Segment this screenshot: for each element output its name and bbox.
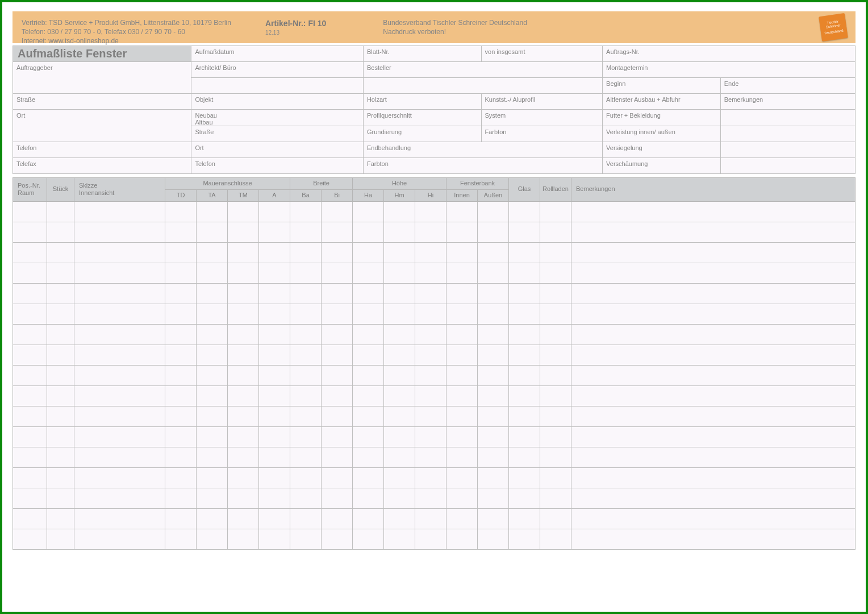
grid-cell[interactable] (228, 283, 259, 304)
grid-cell[interactable] (228, 365, 259, 385)
grid-cell[interactable] (353, 263, 384, 283)
grid-cell[interactable] (540, 283, 571, 304)
grid-cell[interactable] (540, 263, 571, 283)
field-grundierung[interactable]: Grundierung (363, 126, 481, 142)
grid-cell[interactable] (13, 467, 47, 488)
grid-cell[interactable] (74, 508, 165, 529)
grid-cell[interactable] (74, 426, 165, 447)
field-aufmassdatum[interactable]: Aufmaßdatum (191, 46, 364, 62)
grid-cell[interactable] (571, 222, 856, 242)
grid-cell[interactable] (415, 447, 446, 467)
grid-cell[interactable] (74, 467, 165, 488)
grid-cell[interactable] (478, 488, 509, 508)
grid-cell[interactable] (353, 529, 384, 549)
grid-cell[interactable] (509, 222, 540, 242)
field-auftrags-nr[interactable]: Auftrags-Nr. (603, 46, 856, 62)
grid-cell[interactable] (540, 345, 571, 365)
grid-cell[interactable] (384, 365, 415, 385)
field-holzart[interactable]: Holzart (363, 94, 481, 110)
grid-cell[interactable] (259, 467, 290, 488)
grid-cell[interactable] (478, 345, 509, 365)
grid-cell[interactable] (540, 406, 571, 426)
grid-cell[interactable] (446, 304, 478, 324)
grid-cell[interactable] (13, 529, 47, 549)
grid-cell[interactable] (322, 263, 353, 283)
grid-cell[interactable] (290, 508, 322, 529)
grid-cell[interactable] (446, 345, 478, 365)
grid-cell[interactable] (197, 529, 228, 549)
grid-cell[interactable] (478, 263, 509, 283)
grid-cell[interactable] (322, 508, 353, 529)
grid-cell[interactable] (384, 304, 415, 324)
grid-cell[interactable] (197, 263, 228, 283)
field-montagetermin[interactable]: Montagetermin (603, 62, 856, 78)
grid-cell[interactable] (74, 324, 165, 345)
grid-cell[interactable] (415, 365, 446, 385)
grid-cell[interactable] (322, 488, 353, 508)
grid-cell[interactable] (74, 304, 165, 324)
grid-cell[interactable] (384, 201, 415, 222)
grid-cell[interactable] (197, 304, 228, 324)
grid-cell[interactable] (74, 345, 165, 365)
field-bem-3[interactable] (720, 126, 855, 142)
grid-cell[interactable] (509, 324, 540, 345)
field-besteller[interactable]: Besteller (363, 62, 602, 78)
grid-cell[interactable] (228, 488, 259, 508)
grid-cell[interactable] (446, 201, 478, 222)
grid-cell[interactable] (74, 385, 165, 406)
grid-cell[interactable] (197, 283, 228, 304)
grid-cell[interactable] (228, 529, 259, 549)
grid-cell[interactable] (571, 365, 856, 385)
grid-cell[interactable] (322, 529, 353, 549)
grid-cell[interactable] (415, 263, 446, 283)
grid-cell[interactable] (165, 242, 197, 263)
grid-cell[interactable] (415, 222, 446, 242)
grid-cell[interactable] (259, 201, 290, 222)
grid-cell[interactable] (353, 385, 384, 406)
grid-cell[interactable] (509, 529, 540, 549)
grid-cell[interactable] (228, 345, 259, 365)
grid-cell[interactable] (228, 222, 259, 242)
grid-cell[interactable] (571, 406, 856, 426)
grid-cell[interactable] (165, 488, 197, 508)
grid-cell[interactable] (353, 447, 384, 467)
grid-cell[interactable] (228, 426, 259, 447)
grid-cell[interactable] (384, 345, 415, 365)
field-telefon[interactable]: Telefon (13, 142, 191, 158)
grid-cell[interactable] (571, 447, 856, 467)
grid-cell[interactable] (509, 365, 540, 385)
grid-cell[interactable] (446, 242, 478, 263)
grid-cell[interactable] (384, 447, 415, 467)
grid-cell[interactable] (415, 467, 446, 488)
grid-cell[interactable] (322, 324, 353, 345)
grid-cell[interactable] (446, 467, 478, 488)
grid-cell[interactable] (47, 508, 74, 529)
grid-cell[interactable] (165, 345, 197, 365)
grid-cell[interactable] (13, 365, 47, 385)
grid-cell[interactable] (384, 426, 415, 447)
grid-cell[interactable] (13, 263, 47, 283)
grid-cell[interactable] (540, 324, 571, 345)
grid-cell[interactable] (446, 324, 478, 345)
field-objekt[interactable]: Objekt (191, 94, 364, 110)
grid-cell[interactable] (322, 365, 353, 385)
field-bem-4[interactable] (720, 142, 855, 158)
grid-cell[interactable] (290, 201, 322, 222)
grid-cell[interactable] (415, 426, 446, 447)
grid-cell[interactable] (47, 201, 74, 222)
grid-cell[interactable] (47, 242, 74, 263)
grid-cell[interactable] (446, 529, 478, 549)
grid-cell[interactable] (197, 488, 228, 508)
field-verleistung[interactable]: Verleistung innen/ außen (603, 126, 721, 142)
grid-cell[interactable] (197, 508, 228, 529)
grid-cell[interactable] (384, 263, 415, 283)
grid-cell[interactable] (259, 242, 290, 263)
grid-cell[interactable] (540, 385, 571, 406)
field-beginn[interactable]: Beginn (603, 78, 721, 94)
grid-cell[interactable] (322, 304, 353, 324)
grid-cell[interactable] (446, 263, 478, 283)
field-profilquerschnitt[interactable]: Profilquerschnitt (363, 110, 481, 126)
grid-cell[interactable] (47, 447, 74, 467)
grid-cell[interactable] (228, 406, 259, 426)
grid-cell[interactable] (259, 263, 290, 283)
